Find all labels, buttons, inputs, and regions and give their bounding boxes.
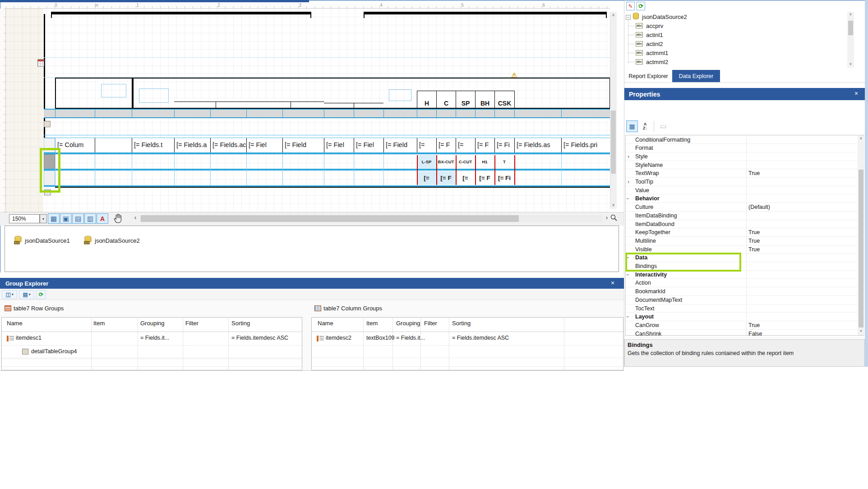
process-label-cell[interactable]: L-SP xyxy=(417,155,436,168)
json-datasource-icon[interactable]: JSON xyxy=(83,235,93,245)
group-row-grouping[interactable]: = Fields.it... xyxy=(140,335,185,342)
scroll-down-icon[interactable]: ∨ xyxy=(858,329,864,334)
table-column-band[interactable] xyxy=(44,109,610,118)
zoom-magnifier-icon[interactable] xyxy=(610,214,618,223)
zoom-level-input[interactable]: 150% xyxy=(9,214,40,223)
group-row-sorting[interactable]: = Fields.itemdesc ASC xyxy=(452,335,551,342)
property-value[interactable]: True xyxy=(748,246,852,253)
detail-cell[interactable]: [= Fiel xyxy=(324,138,354,152)
tree-field-label[interactable]: accprv xyxy=(646,23,718,30)
tree-scrollbar-track[interactable] xyxy=(847,12,854,68)
process-field-cell[interactable]: [= F xyxy=(436,171,456,185)
group-row-grouping[interactable]: = Fields.it... xyxy=(396,335,441,342)
property-name[interactable]: ConditionalFormatting xyxy=(635,137,743,143)
snap-grid-icon[interactable]: ▣ xyxy=(60,213,72,224)
property-name[interactable]: ToolTip xyxy=(635,179,743,185)
property-category-label[interactable]: Interactivity xyxy=(635,272,743,278)
sort-alphabetical-icon[interactable]: AZ↓ xyxy=(639,120,651,132)
table-group-icon[interactable] xyxy=(44,121,51,127)
detail-cell[interactable]: [= F xyxy=(436,138,456,152)
report-item-icon[interactable] xyxy=(37,59,44,67)
process-label-cell[interactable]: H1 xyxy=(475,155,494,168)
detail-cell[interactable]: [= Fiel xyxy=(246,138,282,152)
scroll-up-icon[interactable]: ∧ xyxy=(847,12,854,18)
scroll-down-icon[interactable]: ∨ xyxy=(847,62,854,67)
categorized-view-icon[interactable]: ▦ xyxy=(626,120,638,132)
group-table-column-header[interactable]: Sorting xyxy=(231,320,272,327)
detail-cell[interactable]: [= Field xyxy=(383,138,417,152)
detail-cell[interactable]: [= xyxy=(417,138,436,152)
property-name[interactable]: Culture xyxy=(635,204,743,211)
header-cell-process-csk[interactable]: CSK xyxy=(494,91,515,109)
property-value[interactable]: False xyxy=(748,331,852,337)
property-value[interactable]: True xyxy=(748,170,852,177)
property-name[interactable]: ItemDataBound xyxy=(635,221,743,228)
property-value[interactable]: True xyxy=(748,322,852,329)
process-field-cell[interactable]: [= Fi xyxy=(494,171,514,185)
property-value[interactable]: (Default) xyxy=(748,204,852,211)
grid-toggle-icon[interactable]: ▦ xyxy=(48,213,60,224)
group-table-column-header[interactable]: Filter xyxy=(185,320,226,327)
group-table-column-header[interactable]: Grouping xyxy=(140,320,181,327)
detail-cell[interactable]: [= Fields.a xyxy=(174,138,210,152)
process-field-cell[interactable]: [= F xyxy=(475,171,494,185)
header-cell-process-sp[interactable]: SP xyxy=(456,91,476,109)
detail-cell[interactable]: [= F xyxy=(475,138,494,152)
datasource-item-label[interactable]: jsonDataSource2 xyxy=(95,237,167,244)
group-explorer-close-icon[interactable]: × xyxy=(608,279,617,287)
process-label-cell[interactable]: T xyxy=(494,155,514,168)
process-field-cell[interactable]: [= xyxy=(417,171,436,185)
property-name[interactable]: Style xyxy=(635,153,743,160)
group-row-name[interactable]: detailTableGroup4 xyxy=(31,348,103,355)
detail-cell[interactable] xyxy=(95,138,132,152)
detail-cell[interactable]: [= Fields.pri xyxy=(561,138,610,152)
tree-field-label[interactable]: actmml2 xyxy=(646,59,718,66)
tree-field-label[interactable]: actmml1 xyxy=(646,50,718,57)
property-name[interactable]: StyleName xyxy=(635,162,743,169)
property-name[interactable]: KeepTogether xyxy=(635,229,743,236)
scroll-left-icon[interactable]: ‹ xyxy=(132,213,139,222)
tree-field-label[interactable]: actinl2 xyxy=(646,41,718,48)
property-name[interactable]: Value xyxy=(635,187,743,194)
canvas-vscrollbar-thumb[interactable] xyxy=(611,111,616,174)
property-name[interactable]: TextWrap xyxy=(635,170,743,177)
property-name[interactable]: ItemDataBinding xyxy=(635,212,743,219)
detail-cell[interactable]: [= Fi xyxy=(494,138,514,152)
tab-report-explorer[interactable]: Report Explorer xyxy=(625,70,671,82)
group-table-column-header[interactable]: Name xyxy=(7,320,47,327)
properties-scrollbar-thumb[interactable] xyxy=(859,170,863,328)
canvas-hscrollbar-thumb[interactable] xyxy=(141,215,519,222)
detail-cell[interactable]: [= Field xyxy=(282,138,324,152)
group-table-column-header[interactable]: Name xyxy=(318,320,358,327)
property-category-label[interactable]: Layout xyxy=(635,314,743,320)
tab-data-explorer[interactable]: Data Explorer xyxy=(672,70,720,82)
detail-cell[interactable]: [= xyxy=(456,138,475,152)
edit-report-icon[interactable]: ✎ xyxy=(626,2,635,10)
scroll-up-icon[interactable]: ∧ xyxy=(858,136,864,142)
scroll-right-icon[interactable]: › xyxy=(604,213,610,222)
property-value[interactable]: True xyxy=(748,238,852,244)
snaplines-toggle-icon[interactable]: ▥ xyxy=(84,213,96,224)
group-row-name[interactable]: itemdesc1 xyxy=(16,335,88,342)
header-cell-process-h[interactable]: H xyxy=(417,91,437,109)
tree-root-label[interactable]: jsonDataSource2 xyxy=(642,14,732,21)
tree-scrollbar-thumb[interactable] xyxy=(848,21,853,35)
scroll-down-icon[interactable]: ∨ xyxy=(610,203,617,209)
refresh-datasource-icon[interactable]: ⟳ xyxy=(637,2,645,10)
property-name[interactable]: Multiline xyxy=(635,238,743,244)
property-name[interactable]: Action xyxy=(635,280,743,286)
property-category-label[interactable]: Behavior xyxy=(635,195,743,202)
detail-cell[interactable]: [= Colum xyxy=(55,138,95,152)
adorners-toggle-icon[interactable]: A xyxy=(97,213,108,224)
property-name[interactable]: Visible xyxy=(635,246,743,253)
process-field-cell[interactable]: [= xyxy=(456,171,475,185)
property-value[interactable]: True xyxy=(748,229,852,236)
json-datasource-icon[interactable]: JSON xyxy=(14,235,23,245)
process-label-cell[interactable]: C-CUT xyxy=(456,155,475,168)
properties-close-icon[interactable]: × xyxy=(852,90,861,98)
property-name[interactable]: DocumentMapText xyxy=(635,297,743,304)
scroll-up-icon[interactable]: ∧ xyxy=(610,13,617,19)
group-table-column-header[interactable]: Item xyxy=(93,320,134,327)
header-cell-process-bh[interactable]: BH xyxy=(475,91,495,109)
zoom-dropdown-button[interactable]: ▾ xyxy=(40,214,47,223)
